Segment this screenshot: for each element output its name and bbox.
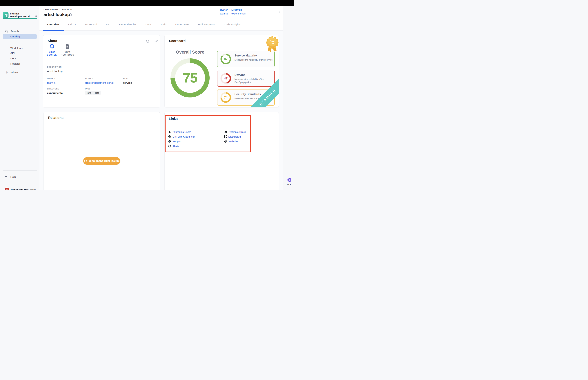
chip-icon — [84, 159, 87, 162]
metric-title: Service Maturity — [234, 54, 257, 57]
sidebar-item-label: Catalog — [10, 35, 20, 38]
tab-pull-requests[interactable]: Pull Requests — [194, 18, 220, 30]
link-label: Support — [172, 140, 182, 143]
metric-description: Measures the reliability of this service — [234, 58, 273, 61]
link-item[interactable]: Website — [224, 140, 238, 143]
description-label: DESCRIPTION — [47, 66, 62, 68]
metric-card-devops[interactable]: 47 DevOps Measures the reliability of th… — [217, 70, 275, 87]
metric-card-service-maturity[interactable]: 87 Service Maturity Measures the reliabi… — [217, 51, 275, 67]
link-item[interactable]: Alerts — [168, 144, 179, 148]
view-source-label: VIEW SOURCE — [46, 51, 58, 57]
overall-score-donut: 75 — [171, 58, 209, 97]
content-area: About VIEW SOURCE — [39, 31, 283, 190]
user-profile[interactable]: DP Debabrata Panigrahi — [0, 187, 39, 190]
link-item[interactable]: Link with Cloud Icon — [168, 135, 195, 138]
relation-node-component[interactable]: component:artist-lookup — [83, 157, 120, 165]
globe-icon — [224, 140, 227, 143]
metric-ring: 74 — [221, 92, 231, 103]
sidebar-item-workflows[interactable]: Workflows — [0, 46, 39, 51]
type-field-label: TYPE — [123, 77, 128, 80]
tab-api[interactable]: API — [101, 18, 115, 30]
metric-title: DevOps — [234, 73, 245, 77]
brand-divider — [3, 18, 37, 19]
sidebar: Internal Developer Portal Search Overvie… — [0, 6, 39, 190]
link-item[interactable]: Example Group — [224, 130, 246, 133]
owner-value[interactable]: team-a — [220, 12, 228, 16]
tags-field-label: TAGS — [85, 88, 91, 90]
aida-widget[interactable]: AIDA — [285, 178, 293, 185]
user-icon — [168, 131, 171, 133]
link-label: Example Group — [229, 131, 246, 133]
refresh-icon[interactable] — [146, 39, 149, 43]
view-techdocs-button[interactable]: VIEW TECHDOCS — [61, 44, 74, 57]
link-item[interactable]: Examples Users — [168, 130, 191, 133]
sidebar-item-docs[interactable]: Docs — [0, 56, 39, 61]
metric-ring: 87 — [221, 54, 231, 64]
owner-field-value[interactable]: team-a — [47, 81, 55, 84]
more-menu-icon[interactable] — [278, 10, 281, 15]
view-source-button[interactable]: VIEW SOURCE — [46, 44, 58, 57]
question-circle-icon: ? — [168, 140, 171, 143]
dashboard-icon — [224, 135, 227, 138]
badge-line2-slot: Tier — [270, 42, 274, 45]
lifecycle-field-value: experimental — [47, 92, 63, 95]
overall-score-value: 75 — [183, 70, 197, 86]
lifecycle-value: experimental — [231, 12, 246, 16]
edit-pencil-icon[interactable] — [155, 39, 158, 43]
owner-meta[interactable]: Owner team-a — [220, 8, 228, 16]
tab-dependencies[interactable]: Dependencies — [115, 18, 141, 30]
sidebar-item-label: Docs — [10, 57, 16, 60]
links-title: Links — [169, 117, 178, 121]
sidebar-item-api[interactable]: API — [0, 51, 39, 56]
tab-kubernetes[interactable]: Kubernetes — [171, 18, 194, 30]
user-name: Debabrata Panigrahi — [11, 189, 36, 190]
breadcrumb: COMPONENT — SERVICE — [44, 8, 72, 11]
top-black-bar — [0, 0, 294, 6]
sidebar-item-label: Workflows — [10, 47, 22, 50]
overall-score-label: Overall Score — [165, 50, 216, 55]
tag-chip[interactable]: data — [93, 91, 101, 95]
link-label: Website — [228, 140, 238, 143]
sidebar-item-admin[interactable]: ⚙ Admin — [0, 70, 39, 75]
owner-field-label: OWNER — [47, 77, 55, 80]
system-field-value[interactable]: artist-engagement-portal — [85, 81, 114, 84]
sidebar-item-label: Help — [10, 175, 16, 178]
tab-cicd[interactable]: CI/CD — [64, 18, 80, 30]
link-item[interactable]: Dashboard — [224, 135, 241, 138]
relation-node-label: component:artist-lookup — [89, 159, 120, 162]
globe-icon — [168, 145, 171, 148]
relations-card: Relations component:artist-lookup — [44, 112, 160, 190]
tab-todo[interactable]: Todo — [156, 18, 171, 30]
sidebar-item-catalog[interactable]: Catalog — [3, 34, 37, 39]
tab-docs[interactable]: Docs — [141, 18, 156, 30]
right-gutter — [283, 6, 294, 190]
tab-overview[interactable]: Overview — [43, 18, 64, 30]
tab-code-insights[interactable]: Code Insights — [219, 18, 245, 30]
apps-grid-icon[interactable] — [34, 14, 37, 17]
sidebar-item-register[interactable]: Register — [0, 61, 39, 66]
link-label: Dashboard — [228, 135, 241, 138]
description-value: Artist Lookup — [47, 70, 62, 73]
favorite-star-icon[interactable] — [69, 13, 73, 16]
aida-label: AIDA — [285, 184, 293, 185]
metric-score: 87 — [224, 57, 228, 61]
sidebar-item-label: Search — [10, 30, 19, 33]
tab-scorecard[interactable]: Scorecard — [80, 18, 101, 30]
lifecycle-field-label: LIFECYCLE — [47, 88, 59, 90]
sidebar-item-search[interactable]: Search — [0, 29, 39, 34]
link-item[interactable]: ? Support — [168, 140, 182, 143]
badge-line1-slot: Gold — [270, 40, 274, 42]
view-techdocs-label: VIEW TECHDOCS — [61, 51, 74, 57]
svg-text:?: ? — [169, 140, 170, 142]
metric-ring: 47 — [221, 73, 231, 84]
aida-flower-icon — [287, 178, 291, 182]
page-title: artist-lookup — [44, 12, 70, 17]
document-icon — [65, 44, 70, 49]
link-label: Link with Cloud Icon — [172, 135, 195, 138]
gold-tier-badge: Gold Tier — [266, 36, 279, 53]
metric-score: 47 — [224, 76, 228, 80]
app-logo-icon — [3, 12, 8, 18]
tag-chip[interactable]: java — [85, 91, 93, 95]
about-title: About — [47, 39, 57, 43]
sidebar-item-help[interactable]: ? Help — [0, 174, 39, 179]
